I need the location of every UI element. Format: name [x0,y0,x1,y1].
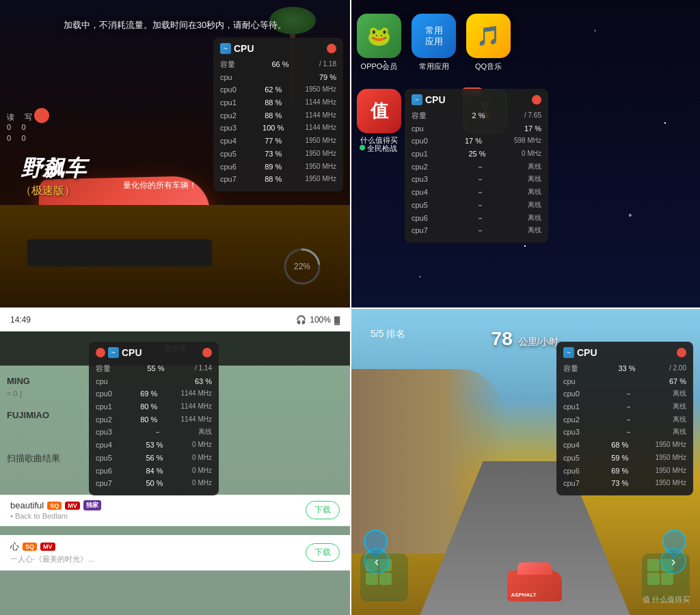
cpu-widget-header-br: CPU [563,347,686,358]
arrow-left[interactable]: ‹ [364,548,390,574]
core-pct-2: 88 % [265,109,282,122]
ming-text: MING [7,376,30,386]
core-row-4: cpu4－离线 [412,186,541,199]
cpu-label-tr: cpu [412,122,435,135]
core-freq-4: 1950 MHz [305,135,336,148]
dpad-btn[interactable] [379,573,392,585]
song-item-2: 心 SQ MV 一人心·《最美的时光》… 下载 [0,535,350,571]
cpu-widget-top-left[interactable]: CPU 容量 66 % / 1.18 cpu 79 % cpu062 %1950… [213,38,343,191]
core-freq-2: 离线 [673,413,686,426]
common-icon-box[interactable]: 常用应用 [412,14,456,58]
app-zhi[interactable]: 值 [357,89,401,133]
cpu-widget-bottom-right[interactable]: CPU 容量 33 % / 2.00 cpu 67 % cpu0－离线cpu1－… [556,342,693,495]
song-2-artist: 一人心·《最美的时光》… [10,554,306,564]
code-text: = 0 ] [7,390,22,398]
core-row-6: cpu684 %0 MHz [96,465,212,478]
core-label-1: cpu1 [563,400,587,413]
core-freq-3: 离线 [528,173,541,186]
oppo-icon-box[interactable]: 🐸 [357,14,401,58]
core-label-4: cpu4 [412,186,435,199]
download-btn-2[interactable]: 下载 [306,543,340,562]
core-freq-6: 离线 [528,212,541,225]
core-pct-3: 100 % [262,122,284,135]
core-freq-2: 离线 [528,161,541,174]
core-label-1: cpu1 [96,400,120,413]
cpu-record-dot-tr[interactable] [532,95,541,105]
core-label-2: cpu2 [412,161,435,174]
core-row-7: cpu773 %1950 MHz [563,477,686,490]
cpu-capacity-row: 容量 66 % / 1.18 [220,58,336,71]
cpu-total-row-tr: cpu 17 % [412,122,541,135]
army-label: 全民枪战 [367,144,397,154]
song-2-name: 心 SQ MV [10,541,306,553]
core-pct-0: － [625,387,632,400]
rpad-btn[interactable] [647,559,660,571]
cpu-record-dot-left-bl[interactable] [96,348,105,357]
cpu-widget-title: CPU [234,43,254,54]
core-row-3: cpu3－离线 [412,173,541,186]
core-freq-7: 1950 MHz [655,477,686,490]
core-pct-6: 84 % [146,465,163,478]
app-qq[interactable]: 🎵 QQ音乐 [466,14,511,72]
qq-emoji: 🎵 [476,25,500,47]
zhi-icon-box[interactable]: 值 [357,89,401,133]
record-button[interactable] [34,108,49,123]
common-label: 常用应用 [419,62,449,72]
capacity-label-bl: 容量 [96,362,120,375]
rpad-btn[interactable] [647,573,660,585]
arrow-right-icon[interactable]: › [660,548,686,574]
core-pct-2: － [476,161,484,174]
core-label-1: cpu1 [220,96,244,109]
capacity-extra-bl: / 1.14 [195,362,212,375]
common-icon-text: 常用应用 [425,25,443,46]
badge-mv-2: MV [40,543,55,551]
cpu-label-bl: cpu [96,375,120,388]
fuji-text: FUJIMIAO [7,410,49,420]
core-pct-6: 69 % [611,465,628,478]
race-car [507,571,562,601]
speed-value: 78 [492,328,513,349]
core-freq-3: 离线 [198,426,212,439]
cpu-widget-header-tr: CPU [412,94,541,105]
game-subtitle: （极速版） [21,184,86,198]
core-label-4: cpu4 [96,439,120,452]
core-freq-3: 1144 MHz [305,122,336,135]
cpu-record-dot[interactable] [327,44,336,53]
capacity-val: 66 % [271,58,288,71]
core-row-3: cpu3－离线 [563,426,686,439]
core-pct-7: 88 % [265,173,282,186]
core-freq-6: 1950 MHz [305,161,336,174]
cpu-icon-br [563,347,574,358]
rpad-btn[interactable] [661,573,673,585]
core-pct-5: － [476,199,484,212]
cpu-widget-title-tr: CPU [425,94,446,105]
watermark: 值 什么值得买 [643,594,690,605]
badge-mv-1: MV [65,502,80,510]
dpad-btn[interactable] [366,573,378,585]
cpu-header-left-bl: CPU [96,347,142,358]
app-oppo[interactable]: 🐸 OPPO会员 [357,14,401,72]
core-label-5: cpu5 [220,148,244,161]
core-freq-1: 0 MHz [522,148,541,161]
core-label-2: cpu2 [563,413,587,426]
core-pct-1: － [625,400,632,413]
cpu-widget-title-bl: CPU [122,347,142,358]
cpu-widget-top-right[interactable]: CPU 容量 2 % / 7.65 cpu 17 % cpu017 %598 M… [405,89,548,243]
arrow-left-icon[interactable]: ‹ [364,548,390,574]
cpu-record-dot-br[interactable] [677,348,686,357]
zhi-text: 值 [371,99,388,123]
cpu-widget-bottom-left[interactable]: CPU 容量 55 % / 1.14 cpu 63 % cpu069 %1144… [89,342,219,495]
arrow-right[interactable]: › [660,548,686,574]
app-common[interactable]: 常用应用 常用应用 [412,14,456,72]
qq-icon-box[interactable]: 🎵 [466,14,511,58]
download-btn-1[interactable]: 下载 [306,501,340,519]
cpu-total-row-bl: cpu 63 % [96,375,212,388]
core-row-6: cpu6－离线 [412,212,541,225]
core-freq-7: 0 MHz [192,477,212,490]
cpu-record-dot-bl[interactable] [202,348,212,357]
core-freq-0: 598 MHz [514,135,541,148]
core-freq-6: 1950 MHz [655,465,686,478]
cpu-val-br: 67 % [669,375,686,388]
core-row-2: cpu2－离线 [563,413,686,426]
core-label-2: cpu2 [220,109,244,122]
